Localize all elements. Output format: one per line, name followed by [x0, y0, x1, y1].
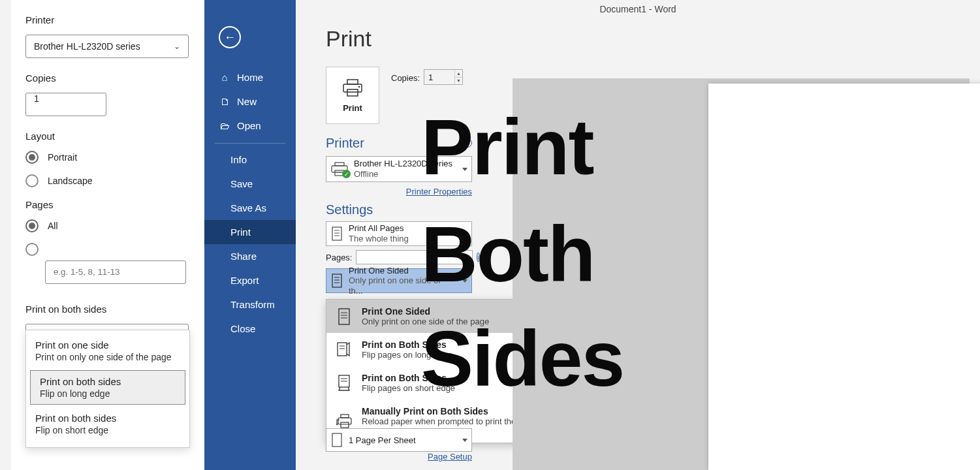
preview-page	[708, 84, 980, 470]
copies-label: Copies	[25, 72, 190, 84]
svg-rect-1	[343, 84, 362, 92]
folder-open-icon: 🗁	[219, 120, 230, 131]
page-icon	[330, 226, 343, 242]
preview-text: Sides	[421, 313, 624, 403]
print-preview: Print Both Sides	[513, 78, 970, 470]
page-setup-link[interactable]: Page Setup	[428, 452, 472, 462]
pages-range-input[interactable]	[45, 260, 186, 284]
combo-title: 1 Page Per Sheet	[349, 435, 416, 445]
preview-text: Both	[421, 209, 594, 299]
print-heading: Print	[326, 26, 371, 52]
both-sides-dropdown: Print on one side Print on only one side…	[25, 330, 190, 448]
spinner-controls: ▲ ▼	[454, 70, 462, 84]
check-badge-icon: ✓	[342, 170, 351, 178]
both-sides-label: Print on both sides	[25, 304, 190, 315]
document-title: Document1 - Word	[599, 4, 676, 14]
pages-label: Pages	[25, 199, 190, 210]
print-button-label: Print	[343, 103, 362, 113]
option-sub: Flip on long edge	[40, 388, 176, 399]
page-flip-short-icon	[336, 374, 353, 392]
nav-save[interactable]: Save	[204, 172, 296, 196]
copies-input[interactable]: 1	[25, 93, 106, 116]
radio-custom-pages[interactable]	[25, 243, 39, 256]
back-arrow-button[interactable]: ←	[219, 26, 241, 48]
option-title: Print on both sides	[40, 376, 176, 387]
nav-save-as[interactable]: Save As	[204, 196, 296, 220]
landscape-label: Landscape	[48, 176, 93, 186]
nav-label: New	[237, 96, 257, 107]
svg-rect-7	[332, 227, 341, 240]
backstage-nav: ← ⌂ Home 🗋 New 🗁 Open Info Save Save As …	[204, 0, 296, 470]
simple-print-panel: Printer Brother HL-L2320D series ⌄ Copie…	[11, 0, 204, 470]
radio-all-pages[interactable]	[25, 219, 39, 232]
settings-section-label: Settings	[326, 202, 373, 217]
nav-close[interactable]: Close	[204, 317, 296, 341]
nav-transform[interactable]: Transform	[204, 292, 296, 317]
preview-text: Print	[421, 102, 593, 192]
nav-print[interactable]: Print	[204, 220, 296, 244]
home-icon: ⌂	[219, 72, 230, 83]
printer-select[interactable]: Brother HL-L2320D series ⌄	[25, 35, 189, 58]
option-sub: Flip on short edge	[35, 425, 180, 435]
svg-rect-2	[347, 89, 358, 96]
copies-value: 1	[34, 93, 39, 104]
pages-custom-row[interactable]	[25, 243, 190, 256]
option-short-edge[interactable]: Print on both sides Flip on short edge	[26, 407, 189, 441]
svg-rect-25	[341, 415, 349, 418]
spinner-up[interactable]: ▲	[455, 70, 462, 78]
printer-device-icon: ✓	[330, 162, 349, 176]
chevron-down-icon: ⌄	[174, 42, 180, 51]
nav-share[interactable]: Share	[204, 244, 296, 268]
svg-rect-26	[338, 418, 351, 424]
page-one-side-icon	[336, 307, 353, 326]
dropdown-arrow-icon	[462, 439, 467, 442]
all-label: All	[48, 221, 58, 231]
layout-portrait-row[interactable]: Portrait	[25, 151, 190, 164]
print-button[interactable]: Print	[326, 67, 379, 124]
svg-rect-4	[335, 163, 344, 166]
radio-portrait[interactable]	[25, 151, 39, 164]
svg-rect-27	[341, 422, 349, 428]
pages-per-sheet-combo[interactable]: 1 Page Per Sheet	[326, 428, 472, 452]
option-title: Print on one side	[35, 339, 180, 351]
document-icon: 🗋	[219, 96, 230, 107]
svg-point-3	[358, 86, 360, 87]
option-sub: Print on only one side of the page	[35, 352, 180, 362]
radio-landscape[interactable]	[25, 174, 39, 187]
nav-open[interactable]: 🗁 Open	[204, 114, 296, 138]
printer-section-label: Printer	[326, 136, 364, 150]
combo-title: Print All Pages	[349, 223, 409, 234]
pages-all-row[interactable]: All	[25, 219, 190, 232]
print-main: Document1 - Word Print Print Copies: 1 ▲…	[296, 0, 980, 470]
printer-label: Printer	[25, 14, 190, 25]
option-long-edge[interactable]: Print on both sides Flip on long edge	[30, 370, 185, 405]
copies-label: Copies:	[391, 73, 420, 83]
svg-rect-15	[339, 309, 349, 324]
nav-divider	[215, 143, 285, 144]
svg-rect-0	[347, 80, 358, 84]
nav-export[interactable]: Export	[204, 268, 296, 292]
svg-rect-28	[332, 433, 341, 446]
printer-reload-icon	[336, 413, 353, 429]
layout-landscape-row[interactable]: Landscape	[25, 174, 190, 187]
portrait-label: Portrait	[48, 152, 77, 163]
nav-label: Open	[237, 120, 261, 131]
copies-spinner[interactable]: 1 ▲ ▼	[424, 69, 463, 85]
nav-home[interactable]: ⌂ Home	[204, 65, 296, 89]
nav-new[interactable]: 🗋 New	[204, 89, 296, 114]
nav-info[interactable]: Info	[204, 148, 296, 172]
page-one-side-icon	[330, 273, 343, 289]
sheet-icon	[330, 432, 343, 448]
copies-value: 1	[424, 72, 433, 82]
option-one-side[interactable]: Print on one side Print on only one side…	[26, 334, 189, 368]
spinner-down[interactable]: ▼	[455, 78, 462, 85]
page-flip-long-icon	[336, 341, 353, 359]
pages-input-label: Pages:	[326, 253, 352, 262]
nav-label: Home	[237, 72, 263, 83]
printer-icon	[341, 78, 364, 98]
printer-select-value: Brother HL-L2320D series	[34, 41, 140, 52]
option-title: Print on both sides	[35, 413, 180, 424]
arrow-left-icon: ←	[224, 31, 236, 44]
combo-sub: The whole thing	[349, 234, 409, 244]
svg-rect-11	[332, 274, 341, 287]
